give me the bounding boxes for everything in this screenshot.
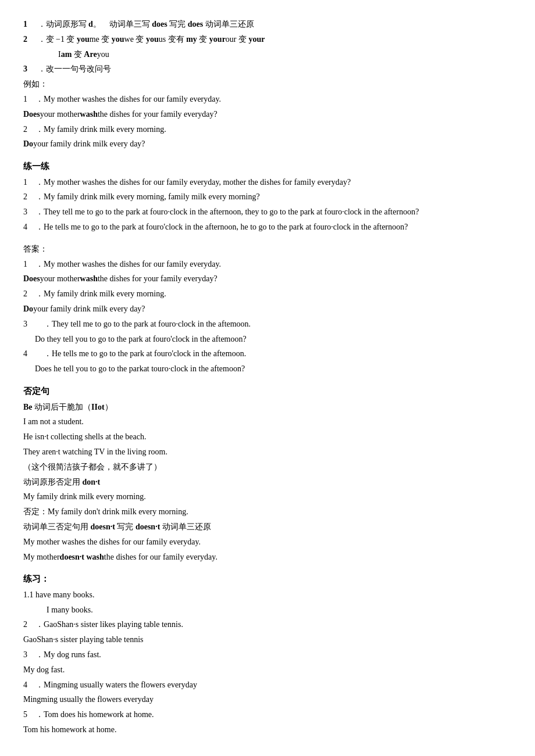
rule1-num: 1 — [23, 20, 27, 28]
rule1-bold1: d — [88, 20, 93, 28]
dont-text1: 动词原形否定用 — [23, 478, 83, 486]
ans1-does: Does — [23, 274, 40, 283]
ex2-text: ．My family drink milk every morning. — [35, 125, 166, 134]
be-rule: Be 动词后干脆加（IIot） — [23, 400, 512, 414]
pr1-q: 1.1 have many books. — [23, 588, 512, 602]
rule3-text: ．改一一句号改问号 — [30, 65, 111, 73]
page-content: 1 ．动词原形写 d。 动词单三写 does 写完 does 动词单三还原 2 … — [23, 17, 512, 737]
ex1-text: ．My mother washes the dishes for our fam… — [35, 95, 221, 103]
negation-label: 否定：My family don't drink milk every morn… — [23, 505, 512, 519]
be-text: 动词后干脆加（ — [33, 403, 92, 411]
rule-2: 2 ．变 −1 变 youme 变 youwe 变 youus 变有 my 变 … — [23, 33, 512, 46]
be-bold: Be — [23, 403, 33, 411]
rule2-text1: ．变 −1 变 — [30, 35, 77, 44]
practice4: 4 ．He tells me to go to the park at four… — [23, 220, 512, 234]
doesnt-text1: 动词单三否定句用 — [23, 522, 91, 531]
rule2-line2: Iam 变 Areyou — [58, 48, 512, 62]
rule2-num: 2 — [23, 35, 27, 44]
answer-label: 答案： — [23, 242, 512, 256]
rule-3: 3 ．改一一句号改问号 — [23, 62, 512, 76]
ex1-num: 1 — [23, 95, 35, 103]
be-ex3: They aren·t watching TV in the living ro… — [23, 445, 512, 459]
rule2-text2: me 变 — [90, 35, 112, 44]
example-label: 例如： — [23, 77, 512, 91]
be-ex2: He isn·t collecting shells at the beach. — [23, 430, 512, 444]
doesnt-ex2: My motherdoesn·t washthe dishes for our … — [23, 550, 512, 564]
pr2-a: GaoShan·s sister playing table tennis — [23, 633, 512, 647]
doesnt-rest: the dishes for our family everyday. — [104, 553, 217, 561]
rule2-you: you — [97, 50, 109, 59]
doesnt-doesnt-wash: doesn·t wash — [60, 553, 104, 561]
rule2-bold4: my — [186, 35, 197, 44]
example2-a: Doyour family drink milk every day? — [23, 137, 512, 151]
rule2-text3: we 变 — [124, 35, 146, 44]
ans2-q: 2 ．My family drink milk every morning. — [23, 287, 512, 301]
pr4-q: 4 ．Mingming usually waters the flowers e… — [23, 678, 512, 692]
dont-ex: My family drink milk every morning. — [23, 490, 512, 504]
ans2-do: Do — [23, 304, 33, 313]
rule-1: 1 ．动词原形写 d。 动词单三写 does 写完 does 动词单三还原 — [23, 17, 512, 31]
pr5-a: Tom his homework at home. — [23, 723, 512, 737]
rule3-num: 3 — [23, 65, 27, 73]
rule2-change: 变 — [72, 50, 84, 59]
example2-q: 2 ．My family drink milk every morning. — [23, 123, 512, 137]
doesnt-rule: 动词单三否定句用 doesn·t 写完 doesn·t 动词单三还原 — [23, 520, 512, 534]
ans2-a: Doyour family drink milk every day? — [23, 302, 512, 316]
ex2-num: 2 — [23, 125, 35, 134]
doesnt-ex1: My mother washes the dishes for our fami… — [23, 535, 512, 549]
ans3-q: 3 ．They tell me to go to the park at fou… — [23, 317, 512, 331]
pr3-a: My dog fast. — [23, 663, 512, 677]
rule2-text6: our 变 — [226, 35, 249, 44]
doesnt-text3: 动词单三还原 — [160, 522, 211, 531]
doesnt-text2: 写完 — [115, 522, 135, 531]
rule1-text1: ．动词原形写 — [30, 20, 89, 28]
practice-heading: 练一练 — [23, 159, 512, 174]
pr2-q: 2 ．GaoShan·s sister likes playing table … — [23, 618, 512, 632]
pr3-q: 3 ．My dog runs fast. — [23, 648, 512, 662]
rule2-text5: 变 — [197, 35, 209, 44]
rule2-text4: us 变有 — [159, 35, 186, 44]
rule1-bold2: does — [152, 20, 167, 28]
pr1-a: I many books. — [47, 603, 512, 617]
example1-q: 1 ．My mother washes the dishes for our f… — [23, 92, 512, 106]
rule2-am: am — [61, 50, 72, 59]
pr5-q: 5 ．Tom does his homework at home. — [23, 708, 512, 722]
dont-bold: don·t — [83, 478, 101, 486]
ex1-rest: the dishes for your family everyday? — [98, 110, 217, 119]
doesnt-bold1: doesn·t — [91, 522, 115, 531]
ans1-wash: wash — [80, 274, 98, 283]
example1-a: Doesyour motherwashthe dishes for your f… — [23, 108, 512, 121]
rule2-bold1: you — [77, 35, 90, 44]
be-ex1: I am not a student. — [23, 415, 512, 429]
ex1-your-mother: your mother — [40, 110, 80, 119]
rule2-areyou: Are — [84, 50, 97, 59]
rule2-bold2: you — [112, 35, 124, 44]
ans4-q: 4 ．He tells me to go to the park at four… — [23, 347, 512, 361]
ans1-rest: the dishes for your family everyday? — [98, 274, 217, 283]
ex1-does: Does — [23, 110, 40, 119]
dont-rule: 动词原形否定用 don·t — [23, 475, 512, 489]
rule1-bold3: does — [188, 20, 203, 28]
pr4-a: Mingming usually the flowers everyday — [23, 693, 512, 707]
ans1-a: Doesyour motherwashthe dishes for your f… — [23, 272, 512, 286]
rule2-bold3: you — [146, 35, 159, 44]
be-paren: ） — [105, 403, 113, 411]
rule1-text2: 。 动词单三写 — [93, 20, 152, 28]
ans4-a: Does he tell you to go to the parkat tou… — [35, 362, 512, 376]
rule1-text3: 写完 — [167, 20, 188, 28]
practice3: 3 ．They tell me to go to the park at fou… — [23, 205, 512, 219]
doesnt-bold2: doesn·t — [135, 522, 160, 531]
ans1-your-mother: your mother — [40, 274, 80, 283]
rule2-bold5: your — [209, 35, 226, 44]
iiot-bold: IIot — [91, 403, 105, 411]
practice2-heading: 练习： — [23, 572, 512, 587]
be-note: （这个很简洁孩子都会，就不多讲了） — [23, 460, 512, 474]
practice1: 1 ．My mother washes the dishes for our f… — [23, 175, 512, 189]
ex2-rest: your family drink milk every day? — [33, 139, 145, 148]
ans3-a: Do they tell you to go to the park at fo… — [35, 332, 512, 346]
practice2: 2 ．My family drink milk every morning, f… — [23, 190, 512, 204]
doesnt-mymother: My mother — [23, 553, 60, 561]
negation-heading: 否定句 — [23, 384, 512, 399]
ex2-do: Do — [23, 139, 33, 148]
ans2-rest: your family drink milk every day? — [33, 304, 145, 313]
